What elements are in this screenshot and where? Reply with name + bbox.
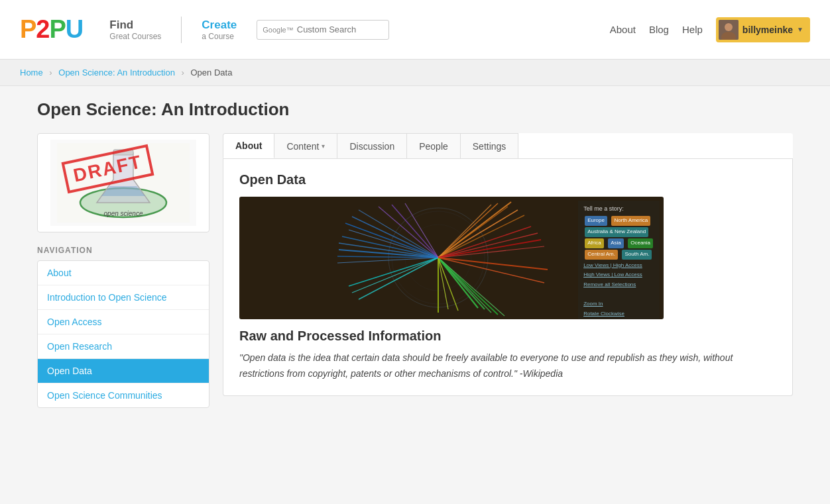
user-name-label: billymeinke — [742, 25, 793, 35]
breadcrumb-sep-2: › — [182, 68, 184, 77]
legend-zoom-in[interactable]: Zoom In — [583, 300, 654, 309]
course-image: open science DRAFT — [37, 133, 209, 232]
nav-section-title: NAVIGATION — [37, 246, 209, 255]
about-link[interactable]: About — [610, 24, 636, 35]
legend-high-views[interactable]: High Views | Low Access — [583, 271, 654, 279]
data-visualization: Tell me a story: Europe North America Au… — [239, 197, 664, 319]
logo-pu: P — [50, 15, 66, 44]
find-courses-link[interactable]: Find Great Courses — [109, 19, 161, 41]
breadcrumb: Home › Open Science: An Introduction › O… — [0, 60, 830, 86]
find-label: Find — [109, 19, 161, 32]
viz-legend: Tell me a story: Europe North America Au… — [578, 201, 660, 319]
legend-south-am[interactable]: South Am. — [622, 250, 652, 260]
tab-settings[interactable]: Settings — [460, 133, 519, 158]
legend-central-am[interactable]: Central Am. — [585, 250, 618, 260]
logo-2: 2 — [36, 15, 49, 44]
sidebar-item-intro[interactable]: Introduction to Open Science — [38, 285, 209, 310]
legend-remove-all[interactable]: Remove all Selections — [583, 281, 654, 289]
draft-container: open science DRAFT — [50, 140, 196, 226]
main-layout: open science DRAFT NAVIGATION About Intr… — [37, 133, 793, 408]
search-box: Google™ — [257, 20, 389, 40]
legend-australia[interactable]: Australia & New Zealand — [585, 227, 648, 237]
sidebar-item-open-data[interactable]: Open Data — [38, 359, 209, 383]
user-menu-caret: ▼ — [797, 26, 803, 33]
breadcrumb-home[interactable]: Home — [20, 68, 43, 77]
tab-discussion[interactable]: Discussion — [337, 133, 407, 158]
google-text: Google™ — [263, 26, 293, 34]
tab-content-label: Content — [286, 141, 319, 152]
create-course-link[interactable]: Create a Course — [202, 19, 237, 41]
header: P2PU Find Great Courses Create a Course … — [0, 0, 830, 60]
content-panel: Open Data — [223, 159, 793, 396]
search-input[interactable] — [297, 25, 377, 34]
legend-oceania[interactable]: Oceania — [628, 238, 653, 248]
sidebar-nav: About Introduction to Open Science Open … — [37, 260, 209, 408]
breadcrumb-current: Open Data — [191, 68, 233, 77]
find-sub-label: Great Courses — [109, 32, 161, 41]
legend-rotate-cw[interactable]: Rotate Clockwise — [583, 310, 654, 319]
content-heading: Raw and Processed Information — [239, 328, 776, 344]
section-title: Open Data — [239, 172, 776, 187]
legend-low-views[interactable]: Low Views | High Access — [583, 262, 654, 270]
logo-p: P — [20, 15, 36, 44]
sidebar: open science DRAFT NAVIGATION About Intr… — [37, 133, 209, 408]
svg-point-1 — [725, 23, 733, 31]
tab-people[interactable]: People — [406, 133, 461, 158]
content-caret-icon: ▾ — [322, 142, 325, 150]
user-menu[interactable]: billymeinke ▼ — [716, 17, 810, 42]
sidebar-item-open-research[interactable]: Open Research — [38, 334, 209, 359]
header-divider — [181, 17, 182, 43]
main-panel: About Content ▾ Discussion People Settin… — [223, 133, 793, 396]
tab-content[interactable]: Content ▾ — [274, 133, 337, 158]
sidebar-item-open-access[interactable]: Open Access — [38, 310, 209, 334]
breadcrumb-sep-1: › — [49, 68, 52, 77]
legend-africa[interactable]: Africa — [585, 238, 603, 248]
tabs: About Content ▾ Discussion People Settin… — [223, 133, 793, 159]
logo[interactable]: P2PU — [20, 15, 83, 44]
sidebar-item-communities[interactable]: Open Science Communities — [38, 383, 209, 407]
content-wrapper: Open Science: An Introduction — [17, 86, 813, 421]
content-quote: "Open data is the idea that certain data… — [239, 350, 776, 382]
legend-north-america[interactable]: North America — [611, 216, 650, 226]
svg-text:open science: open science — [104, 210, 143, 217]
create-label: Create — [202, 19, 237, 32]
legend-europe[interactable]: Europe — [585, 216, 607, 226]
legend-title: Tell me a story: — [583, 204, 654, 213]
create-sub-label: a Course — [202, 32, 237, 41]
avatar — [719, 20, 739, 40]
legend-asia[interactable]: Asia — [608, 238, 624, 248]
blog-link[interactable]: Blog — [649, 24, 669, 35]
logo-u2: U — [66, 15, 83, 44]
page-title: Open Science: An Introduction — [37, 99, 793, 120]
tab-about[interactable]: About — [223, 133, 274, 158]
help-link[interactable]: Help — [682, 24, 703, 35]
header-right: About Blog Help billymeinke ▼ — [610, 17, 810, 42]
breadcrumb-course[interactable]: Open Science: An Introduction — [58, 68, 175, 77]
sidebar-item-about[interactable]: About — [38, 261, 209, 285]
